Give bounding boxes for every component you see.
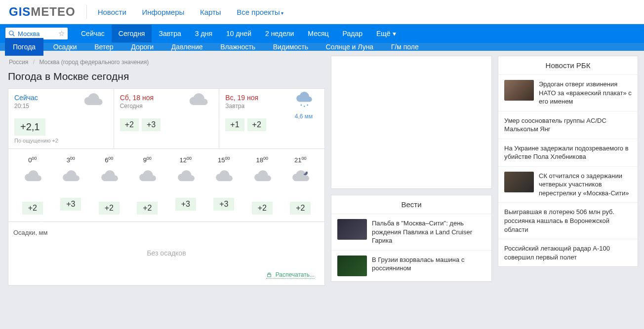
breadcrumb-item[interactable]: Москва (город федерального значения) — [39, 59, 149, 66]
svg-rect-5 — [268, 274, 271, 277]
logo-part2: METEO — [31, 5, 75, 18]
hour-time: 600 — [90, 156, 128, 164]
ad-placeholder — [331, 56, 492, 189]
news-text: СК отчитался о задержании четверых участ… — [539, 172, 632, 198]
hour-temp: +2 — [90, 202, 128, 215]
search-input[interactable] — [18, 30, 52, 37]
svg-point-2 — [301, 105, 302, 106]
news-text: В Грузии взорвалась машина с россиянином — [372, 256, 485, 273]
news-item[interactable]: Выигравшая в лотерею 506 млн руб. россия… — [498, 203, 638, 239]
print-link[interactable]: Распечатать... — [266, 271, 315, 279]
logo[interactable]: GISMETEO — [9, 5, 76, 19]
news-thumb — [504, 80, 534, 101]
hour-temp: +3 — [52, 202, 90, 215]
svg-point-4 — [307, 105, 308, 106]
logo-part1: GIS — [9, 5, 31, 18]
hour-temp: +2 — [282, 202, 320, 215]
news-text: Умер сооснователь группы AC/DC Малькольм… — [504, 116, 632, 134]
news-block-title: Вести — [331, 195, 491, 214]
hour-icon — [90, 169, 128, 187]
breadcrumb: Россия / Москва (город федерального знач… — [8, 56, 325, 71]
hour-temp: +3 — [166, 202, 205, 215]
metric-tabs: Погода Осадки Ветер Дороги Давление Влаж… — [5, 43, 427, 51]
svg-point-0 — [9, 31, 13, 35]
news-item[interactable]: В Грузии взорвалась машина с россиянином — [331, 251, 491, 281]
cloud-rain-icon: 4,6 мм — [292, 92, 316, 120]
main-content: Россия / Москва (город федерального знач… — [0, 51, 325, 291]
hour-temp: +2 — [13, 202, 52, 215]
printer-icon — [266, 272, 272, 278]
news-rbc: Новости РБК Эрдоган отверг извинения НАТ… — [498, 56, 638, 267]
nav-informers[interactable]: Информеры — [142, 8, 184, 16]
chevron-down-icon: ▾ — [281, 10, 283, 16]
hour-time: 300 — [52, 156, 90, 164]
hour-icon — [282, 169, 320, 187]
news-thumb — [337, 256, 367, 276]
card-today[interactable]: Сб, 18 ноя Сегодня +2 +3 — [114, 89, 219, 148]
news-text: Пальба в "Москва–Сити": день рождения Па… — [372, 219, 485, 245]
news-text: Выигравшая в лотерею 506 млн руб. россия… — [504, 208, 632, 234]
svg-rect-6 — [268, 273, 270, 275]
print-label: Распечатать... — [276, 271, 315, 278]
hour-icon — [52, 169, 90, 187]
temp-min: +1 — [225, 118, 244, 131]
hour-temp: +2 — [128, 202, 167, 215]
star-icon[interactable]: ☆ — [58, 29, 65, 38]
nav-all-projects[interactable]: Все проекты▾ — [237, 8, 283, 16]
hour-icon — [128, 169, 167, 187]
news-text: Российский летающий радар А-100 совершил… — [504, 244, 632, 261]
precip-section: Осадки, мм Без осадков Распечатать... — [8, 222, 325, 286]
search-icon — [8, 30, 15, 37]
card-now[interactable]: Сейчас 20:15 +2,1 По ощущению +2 — [8, 89, 114, 148]
news-item[interactable]: Эрдоган отверг извинения НАТО за «вражес… — [498, 75, 638, 111]
hourly-forecast: 0003006009001200150018002100 +2+3+2+2+3+… — [8, 149, 325, 222]
card-tomorrow[interactable]: Вс, 19 ноя Завтра 4,6 мм +1 +2 — [219, 89, 324, 148]
header: GISMETEO Новости Информеры Карты Все про… — [0, 0, 644, 24]
news-block-title: Новости РБК — [498, 56, 638, 75]
hour-icon — [205, 169, 243, 187]
hour-icon — [13, 169, 52, 187]
news-text: На Украине задержали подозреваемого в уб… — [504, 144, 632, 161]
divider — [86, 5, 87, 19]
news-item[interactable]: На Украине задержали подозреваемого в уб… — [498, 139, 638, 167]
news-item[interactable]: Пальба в "Москва–Сити": день рождения Па… — [331, 214, 491, 251]
hour-time: 1200 — [166, 156, 205, 164]
hour-icon — [166, 169, 205, 187]
hour-time: 2100 — [282, 156, 320, 164]
nav-maps[interactable]: Карты — [200, 8, 221, 16]
news-item[interactable]: Умер сооснователь группы AC/DC Малькольм… — [498, 111, 638, 139]
no-precip-text: Без осадков — [13, 245, 320, 267]
precip-title: Осадки, мм — [13, 229, 320, 236]
news-vesti: Вести Пальба в "Москва–Сити": день рожде… — [331, 195, 492, 282]
nav-news[interactable]: Новости — [98, 8, 126, 16]
print-row: Распечатать... — [13, 267, 320, 278]
cloud-icon — [186, 92, 210, 111]
blue-bar-2: Погода Осадки Ветер Дороги Давление Влаж… — [0, 43, 644, 51]
temp-min: +2 — [120, 118, 139, 131]
news-thumb — [504, 172, 534, 192]
temp-max: +3 — [142, 118, 161, 131]
hour-time: 000 — [13, 156, 52, 164]
news-item[interactable]: СК отчитался о задержании четверых участ… — [498, 167, 638, 203]
feel-label: По ощущению +2 — [14, 138, 108, 144]
top-nav: Новости Информеры Карты Все проекты▾ — [98, 8, 297, 16]
news-thumb — [337, 219, 367, 240]
page-title: Погода в Москве сегодня — [8, 71, 325, 82]
news-item[interactable]: Российский летающий радар А-100 совершил… — [498, 239, 638, 266]
svg-line-1 — [13, 35, 15, 37]
hour-time: 900 — [128, 156, 167, 164]
hour-icon — [243, 169, 282, 187]
breadcrumb-sep: / — [33, 59, 35, 66]
breadcrumb-item[interactable]: Россия — [9, 59, 28, 66]
sidebar-middle: Вести Пальба в "Москва–Сити": день рожде… — [331, 51, 492, 292]
hour-temp: +2 — [243, 202, 282, 215]
news-text: Эрдоган отверг извинения НАТО за «вражес… — [539, 80, 632, 106]
temp-now: +2,1 — [14, 118, 45, 136]
hour-time: 1800 — [243, 156, 282, 164]
svg-point-3 — [304, 106, 305, 107]
hour-temp: +3 — [205, 202, 243, 215]
temp-max: +2 — [247, 118, 266, 131]
cloud-icon — [81, 92, 105, 111]
chevron-down-icon: ▾ — [393, 30, 396, 37]
hour-time: 1500 — [205, 156, 243, 164]
